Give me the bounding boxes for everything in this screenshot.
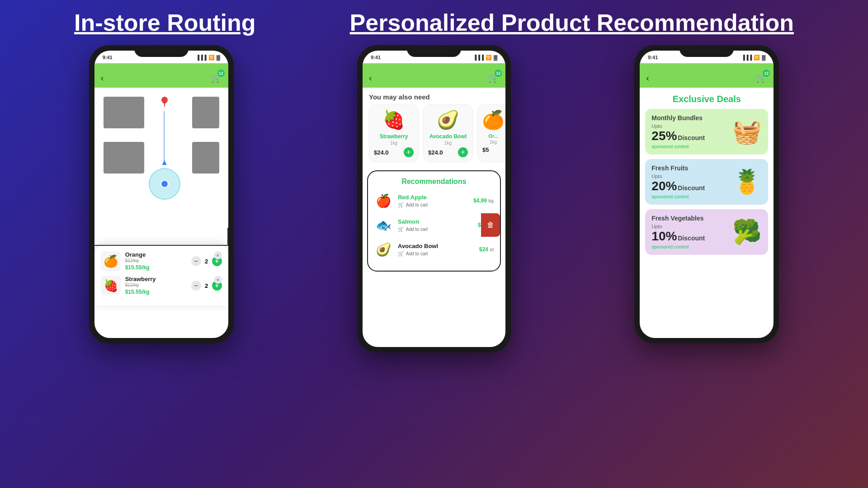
cart-button[interactable]: 🛒 12 [211,72,222,83]
deal-monthly-discount-label: Discount [678,134,705,141]
current-location: ▲ [149,158,180,200]
wifi-icon2: 🛜 [486,55,492,61]
delete-btn[interactable]: 🗑 [481,213,500,237]
strawberry-name: Strawberry [125,276,191,282]
prod-avocado-price: $24.0 [428,149,443,156]
deal-veg-percent: 10% [651,229,677,244]
back-button[interactable]: ‹ [101,73,104,83]
prod-orange-img: 🍊 [482,109,505,131]
strawberry-img: 🍓 [101,276,121,296]
rec-salmon-info: Salmon 🛒 Add to cart [398,218,478,232]
phone3-cart-badge: 12 [763,70,770,77]
prod-strawberry-price: $24.0 [374,149,389,156]
rec-avocado-name: Avocado Bowl [398,243,479,249]
phone2-time: 9:41 [371,55,381,60]
orange-name: Orange [125,251,191,258]
rec-avocado-price: $24 st [479,246,494,253]
deal-monthly-percent: 25% [651,129,677,143]
cart-icon-apple: 🛒 [398,202,404,208]
rec-apple-add-label[interactable]: Add to cart [406,202,428,207]
phone3-back-btn[interactable]: ‹ [646,73,649,83]
rec-salmon-add-label[interactable]: Add to cart [406,227,428,232]
strawberry-price: $15.55 [125,289,142,295]
phone3-time: 9:41 [648,55,658,60]
orange-close-btn[interactable]: × [214,251,222,259]
wifi-icon3: 🛜 [754,55,760,61]
cart-icon-salmon: 🛒 [398,226,404,232]
deal-fruits-img: 🍍 [732,168,762,196]
phone3-cart-btn[interactable]: 🛒 12 [756,72,767,83]
prod-strawberry-weight: 1kg [390,141,397,145]
product-orange: 🍊 Or... 1kg $5 [477,104,505,162]
orange-minus-btn[interactable]: − [191,256,201,266]
product-scroll: 🍓 Strawberry 1kg $24.0 + 🥑 Avocado Bowl … [363,104,505,167]
store-map: ▲ [94,88,228,246]
prod-avocado-add[interactable]: + [458,147,468,157]
wifi-icon: 🛜 [208,55,215,61]
shelf-2 [192,97,219,128]
cart-icon-avocado: 🛒 [398,251,404,257]
deal-veg-img: 🥦 [732,218,762,246]
you-may-need-label: You may also need [363,88,505,104]
section1-title: In-store Routing [74,9,256,36]
deal-veg-sponsored: sponsored content [651,244,732,249]
deal-fruits-info: Fresh Fruits Upto 20% Discount sponsored… [651,164,732,199]
phone1-screen: 9:41 ▐▐▐ 🛜 ▓ ‹ 🛒 12 [94,51,228,338]
deal-monthly-img: 🧺 [732,118,762,145]
cart-item-strawberry: 🍓 Strawberry $12/kg $15.55/kg − 2 + × [101,276,222,296]
prod-strawberry-name: Strawberry [380,133,408,140]
deal-monthly-category: Monthly Bundles [651,114,732,122]
battery-icon: ▓ [217,55,220,60]
strawberry-minus-btn[interactable]: − [191,281,201,291]
battery-icon3: ▓ [762,55,765,60]
prod-strawberry-add[interactable]: + [404,147,414,157]
orange-qty: 2 [204,258,209,265]
deal-veg-discount-label: Discount [678,235,705,242]
rec-avocado-add-label[interactable]: Add to cart [406,251,428,256]
prod-avocado-name: Avocado Bowl [429,133,467,140]
deal-fresh-vegetables: Fresh Vegetables Upto 10% Discount spons… [645,209,768,255]
signal-icon2: ▐▐▐ [473,55,484,60]
signal-icon3: ▐▐▐ [741,55,752,60]
phone1-header-bar [94,63,228,68]
strawberry-close-btn[interactable]: × [214,276,222,284]
strawberry-info: Strawberry $12/kg $15.55/kg [125,276,191,296]
prod-orange-bottom: $5 [482,146,504,153]
strawberry-orig-price: $12/kg [125,282,191,287]
rec-salmon-add-row: 🛒 Add to cart [398,226,478,232]
phone1-status-icons: ▐▐▐ 🛜 ▓ [196,55,220,61]
phone3: 9:41 ▐▐▐ 🛜 ▓ ‹ 🛒 12 Exclusive Deals [634,45,779,343]
deal-fruits-category: Fresh Fruits [651,164,732,172]
rec-salmon: 🐟 Salmon 🛒 Add to cart $50 kg 🗑 [374,216,494,235]
deal-monthly-discount-row: 25% Discount [651,129,732,143]
battery-icon2: ▓ [494,55,497,60]
rec-apple: 🍎 Red Apple 🛒 Add to cart $4,99 kg [374,191,494,210]
phone2-status-icons: ▐▐▐ 🛜 ▓ [473,55,497,61]
rec-title: Recommendations [374,178,494,186]
deal-monthly-bundles: Monthly Bundles Upto 25% Discount sponso… [645,109,768,155]
phone3-nav-bar: ‹ 🛒 12 [640,68,774,88]
prod-avocado-weight: 1kg [444,141,452,145]
rec-avocado: 🥑 Avocado Bowl 🛒 Add to cart $24 st [374,240,494,259]
phone3-screen: 9:41 ▐▐▐ 🛜 ▓ ‹ 🛒 12 Exclusive Deals [640,51,774,338]
shelf-3 [104,142,144,174]
phones-container: 9:41 ▐▐▐ 🛜 ▓ ‹ 🛒 12 [0,45,868,352]
prod-avocado-img: 🥑 [437,109,459,131]
phone1-nav-bar: ‹ 🛒 12 [94,68,228,88]
phone2: 9:41 ▐▐▐ 🛜 ▓ ‹ 🛒 12 You may also need [357,45,511,352]
exclusive-deals-title: Exclusive Deals [640,88,774,109]
cart-badge: 12 [217,70,225,77]
rec-avocado-info: Avocado Bowl 🛒 Add to cart [398,243,479,257]
phone2-back-btn[interactable]: ‹ [369,73,372,83]
deal-veg-upto: Upto [651,224,732,229]
deal-fruits-discount-row: 20% Discount [651,179,732,193]
deal-fruits-percent: 20% [651,179,677,193]
phone2-cart-btn[interactable]: 🛒 12 [488,72,499,83]
location-center [160,180,169,188]
deal-monthly-upto: Upto [651,123,732,129]
prod-orange-weight: 1kg [490,140,497,145]
page-header: In-store Routing Personalized Product Re… [0,0,868,41]
rec-apple-name: Red Apple [398,194,473,201]
prod-orange-price: $5 [482,146,489,153]
recommendations-panel: Recommendations 🍎 Red Apple 🛒 Add to car… [367,170,501,272]
